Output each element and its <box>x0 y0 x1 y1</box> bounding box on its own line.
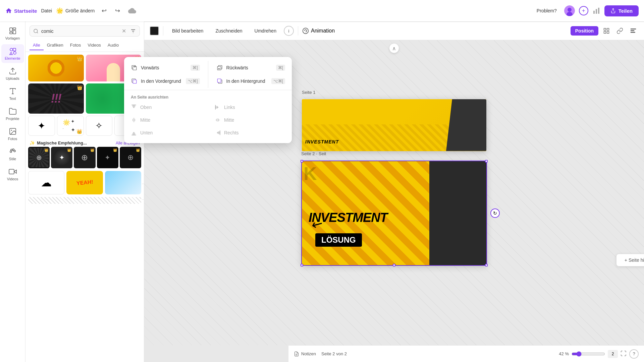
align-unten-button[interactable]: Unten <box>124 126 208 139</box>
handle-tr[interactable] <box>485 160 488 163</box>
magic-thumb-2[interactable]: ✦ 👑 <box>51 147 72 168</box>
grid-icon <box>603 27 610 34</box>
more-options-button[interactable] <box>628 25 639 36</box>
search-clear-button[interactable]: ✕ <box>122 28 126 34</box>
sidebar-item-projekte[interactable]: Projekte <box>1 105 24 123</box>
page-indicator[interactable]: Seite 2 von 2 <box>321 351 347 356</box>
tab-grafiken[interactable]: Grafiken <box>44 41 67 50</box>
collapse-panel-button[interactable]: ‹ <box>142 184 144 200</box>
home-icon <box>5 7 12 14</box>
align-row-2: Mitte Mitte <box>124 114 292 126</box>
thumb-teal-grad[interactable] <box>105 171 141 194</box>
avatar[interactable] <box>564 5 575 16</box>
align-right-icon <box>215 130 221 136</box>
crown-badge-5: 👑 <box>76 129 82 134</box>
handle-br[interactable] <box>485 264 488 266</box>
color-swatch[interactable] <box>150 26 159 36</box>
hintergrund-button[interactable]: In den Hintergrund ⌥⌘[ <box>210 74 292 88</box>
thumb-yeah[interactable]: YEAH! <box>66 171 103 194</box>
stats-button[interactable] <box>592 7 600 15</box>
handle-tl[interactable] <box>301 160 303 163</box>
edit-image-button[interactable]: Bild bearbeiten <box>167 26 208 36</box>
svg-rect-13 <box>631 32 635 33</box>
animation-label: Animation <box>311 28 335 34</box>
tab-audio[interactable]: Audio <box>104 41 122 50</box>
tab-fotos[interactable]: Fotos <box>67 41 85 50</box>
align-rechts-button[interactable]: Rechts <box>208 126 292 139</box>
page-1-label: Seite 1 <box>302 90 315 95</box>
vorwaerts-button[interactable]: Vorwärts ⌘] <box>124 61 207 74</box>
align-links-button[interactable]: Links <box>208 101 292 114</box>
rueckwaerts-button[interactable]: Rückwärts ⌘[ <box>210 61 292 74</box>
magic-thumb-3[interactable]: ⊕ 👑 <box>74 147 95 168</box>
redo-button[interactable]: ↪ <box>112 5 123 16</box>
thumb-comic-yellow[interactable]: 👑 <box>28 55 84 81</box>
stats-icon <box>592 7 600 15</box>
thumb-star-1[interactable]: ✦ <box>28 116 55 136</box>
animation-button[interactable]: Animation <box>302 27 335 34</box>
align-unten-label: Unten <box>140 130 153 135</box>
page-count-button[interactable]: 2 <box>608 350 618 358</box>
thumb-star-2[interactable]: 🌟✦ ·✦ 👑 <box>57 116 84 136</box>
notes-label: Notizen <box>301 351 316 356</box>
svg-rect-11 <box>631 28 636 29</box>
svg-rect-9 <box>604 32 606 34</box>
save-cloud-button[interactable] <box>127 5 138 16</box>
home-button[interactable]: Startseite <box>5 7 37 14</box>
zoom-label: 42 % <box>559 351 569 356</box>
share-button[interactable]: Teilen <box>604 5 639 16</box>
add-collaborator-button[interactable]: + <box>579 6 588 15</box>
align-oben-button[interactable]: Oben <box>124 101 208 114</box>
size-button[interactable]: 🌟 Größe ändern <box>56 7 95 14</box>
flip-button[interactable]: Umdrehen <box>250 26 281 36</box>
grid-icon-button[interactable] <box>601 25 612 36</box>
position-button[interactable]: Position <box>571 26 598 36</box>
vordergrund-button[interactable]: In den Vordergrund ⌥⌘] <box>124 74 207 88</box>
filter-button[interactable] <box>130 28 136 34</box>
rotate-handle[interactable]: ↻ <box>490 208 500 218</box>
search-box[interactable]: ✕ <box>30 25 140 37</box>
magic-thumb-5[interactable]: ⊕ 👑 <box>120 147 141 168</box>
handle-bm[interactable] <box>393 264 395 266</box>
help-button[interactable]: ? <box>629 349 639 359</box>
sidebar-item-elemente[interactable]: Elemente <box>1 44 24 63</box>
magic-thumb-4[interactable]: ✦ 👑 <box>97 147 118 168</box>
tab-alle[interactable]: Alle <box>30 41 44 50</box>
align-mitte-v-button[interactable]: Mitte <box>124 114 208 126</box>
share-label: Teilen <box>619 8 633 14</box>
add-page-button[interactable]: + Seite hinzufügen <box>616 254 644 266</box>
file-link[interactable]: Datei <box>41 8 52 13</box>
link-icon-button[interactable] <box>614 25 625 36</box>
home-label: Startseite <box>14 8 37 14</box>
thumb-cloud[interactable]: ☁ <box>28 171 64 194</box>
magic-crown-1: 👑 <box>44 148 48 152</box>
sidebar-item-fotos[interactable]: Fotos <box>1 125 24 143</box>
context-menu: Vorwärts ⌘] Rückwärts ⌘[ <box>124 57 292 143</box>
scroll-up-button[interactable]: ∧ <box>389 44 399 53</box>
handle-bl[interactable] <box>301 264 303 266</box>
thumb-starburst[interactable]: !!! 👑 <box>28 83 84 114</box>
sidebar-item-stile[interactable]: Stile <box>1 145 24 164</box>
sidebar-item-videos[interactable]: Videos <box>1 165 24 184</box>
magic-thumb-1[interactable]: ⊕ 👑 <box>28 147 50 168</box>
svg-rect-7 <box>604 28 606 31</box>
topbar: Startseite Datei 🌟 Größe ändern ↩ ↪ Prob… <box>0 0 644 21</box>
info-button[interactable]: i <box>284 26 294 36</box>
thumb-star-3[interactable]: ✧ <box>86 116 113 136</box>
tab-videos[interactable]: Videos <box>84 41 104 50</box>
sidebar-item-text[interactable]: Text <box>1 84 24 103</box>
sidebar-item-uploads[interactable]: Uploads <box>1 64 24 83</box>
notes-button[interactable]: Notizen <box>294 351 316 357</box>
align-mitte-h-button[interactable]: Mitte <box>208 114 292 126</box>
page-1-canvas[interactable]: INVESTMENT <box>302 99 486 151</box>
sidebar-item-vorlagen[interactable]: Vorlagen <box>1 24 24 43</box>
svg-point-24 <box>14 150 15 152</box>
problem-button[interactable]: Problem? <box>533 6 560 15</box>
crop-button[interactable]: Zuschneiden <box>211 26 247 36</box>
search-input[interactable] <box>41 28 119 34</box>
page-2-canvas[interactable]: INVESTMENT LÖSUNG K ↙ <box>302 161 486 265</box>
undo-button[interactable]: ↩ <box>99 5 109 16</box>
expand-button[interactable]: ⛶ <box>621 350 627 357</box>
zoom-slider[interactable] <box>572 351 605 357</box>
fotos-icon <box>9 127 17 135</box>
